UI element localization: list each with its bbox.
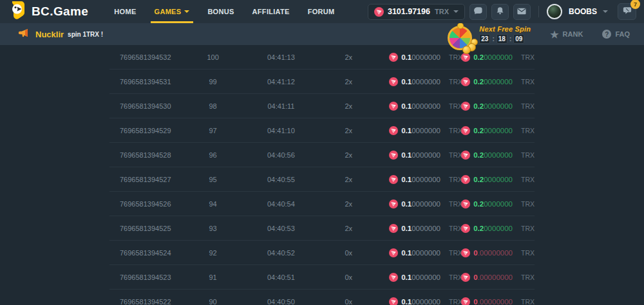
countdown-minutes: 18 [497, 34, 507, 44]
amount-value: 0.1 [401, 127, 412, 134]
payout-cell: 0.20000000 TRX [460, 199, 535, 208]
bet-round: 94 [191, 200, 235, 208]
vault-icon [473, 6, 482, 17]
mail-button[interactable] [513, 4, 531, 20]
faq-link[interactable]: ? FAQ [602, 30, 630, 39]
bet-time: 04:41:10 [235, 127, 328, 134]
amount-value: 0.1 [401, 225, 412, 232]
bet-id: 7696581394530 [109, 102, 191, 110]
payout-cell: 0.00000000 TRX [460, 248, 535, 257]
amount-value: 0.1 [401, 53, 412, 61]
bet-multiplier: 0x [327, 249, 370, 257]
username[interactable]: BOOBS [569, 7, 597, 16]
nav-affiliate[interactable]: AFFILIATE [243, 0, 299, 23]
bet-multiplier: 0x [327, 273, 370, 281]
divider [538, 6, 539, 17]
bet-id: 7696581394529 [109, 127, 191, 134]
table-row[interactable]: 7696581394529 97 04:41:10 2x 0.10000000 … [109, 118, 535, 143]
bet-id: 7696581394532 [109, 53, 191, 61]
trx-coin-icon [461, 248, 470, 257]
payout-currency: TRX [521, 127, 535, 134]
bet-time: 04:41:12 [235, 78, 328, 86]
avatar[interactable] [547, 4, 562, 19]
bet-multiplier: 2x [327, 127, 370, 134]
trx-coin-icon [389, 273, 398, 282]
trx-coin-icon [461, 126, 470, 135]
nav-bonus[interactable]: BONUS [198, 0, 243, 23]
chat-icon [623, 6, 632, 17]
trx-coin-icon [461, 175, 470, 184]
amount-cell: 0.10000000 TRX [370, 126, 460, 135]
bet-round: 91 [191, 273, 235, 281]
bell-icon [496, 6, 504, 17]
payout-cell: 0.20000000 TRX [460, 151, 535, 160]
table-row[interactable]: 7696581394528 96 04:40:56 2x 0.10000000 … [109, 143, 535, 167]
trx-coin-icon [461, 199, 470, 208]
spin-wheel-icon [448, 26, 475, 53]
bet-round: 90 [191, 298, 235, 305]
brand-logo[interactable]: BC.Game [9, 1, 88, 23]
payout-value: 0.2 [473, 102, 484, 110]
payout-value: 0.2 [473, 151, 484, 159]
topbar-right: 3101.97196 TRX [368, 3, 636, 20]
amount-cell: 0.10000000 TRX [370, 297, 460, 305]
bet-round: 97 [191, 127, 235, 134]
nav-games[interactable]: GAMES [146, 0, 199, 23]
announcement-game-link[interactable]: Nucklir [35, 30, 64, 39]
bet-time: 04:40:53 [235, 225, 328, 232]
bet-time: 04:40:56 [235, 151, 328, 159]
top-bar: BC.Game HOME GAMES BONUS AFFILIATE FORUM… [0, 0, 644, 23]
table-row[interactable]: 7696581394525 93 04:40:53 2x 0.10000000 … [109, 216, 535, 241]
trx-coin-icon [389, 151, 398, 160]
bet-multiplier: 2x [327, 78, 370, 86]
table-row[interactable]: 7696581394523 91 04:40:51 0x 0.10000000 … [109, 265, 535, 290]
trx-coin-icon [461, 273, 470, 282]
payout-cell: 0.20000000 TRX [460, 126, 535, 135]
table-row[interactable]: 7696581394524 92 04:40:52 0x 0.10000000 … [109, 241, 535, 265]
vault-button[interactable] [469, 4, 487, 20]
nav-home[interactable]: HOME [105, 0, 145, 23]
amount-cell: 0.10000000 TRX [370, 199, 460, 208]
announcement-text: spin 1TRX ! [68, 31, 103, 38]
table-row[interactable]: 7696581394527 95 04:40:55 2x 0.10000000 … [109, 167, 535, 192]
bcgame-logo-icon [9, 1, 26, 23]
bet-id: 7696581394523 [109, 273, 191, 281]
announcement-bar-right: Next Free Spin 23 : 18 : 09 ★ RANK ? FAQ [448, 23, 630, 45]
amount-value: 0.1 [401, 151, 412, 159]
bet-round: 99 [191, 78, 235, 86]
table-row[interactable]: 7696581394530 98 04:41:11 2x 0.10000000 … [109, 94, 535, 118]
question-icon: ? [602, 30, 611, 39]
balance-amount: 3101.97196 [388, 7, 430, 16]
notifications-button[interactable] [491, 4, 509, 20]
payout-currency: TRX [521, 249, 535, 257]
table-row[interactable]: 7696581394522 90 04:40:50 0x 0.10000000 … [109, 290, 535, 305]
trx-coin-icon [389, 248, 398, 257]
amount-value: 0.1 [401, 102, 412, 110]
balance-currency: TRX [435, 8, 449, 15]
balance-selector[interactable]: 3101.97196 TRX [368, 4, 465, 20]
table-row[interactable]: 7696581394526 94 04:40:54 2x 0.10000000 … [109, 192, 535, 216]
nav-forum[interactable]: FORUM [299, 0, 344, 23]
megaphone-icon [18, 28, 29, 41]
amount-value: 0.1 [401, 176, 412, 183]
trx-coin-icon [461, 102, 470, 111]
payout-value: 0.2 [473, 225, 484, 232]
table-row[interactable]: 7696581394531 99 04:41:12 2x 0.10000000 … [109, 69, 535, 94]
bet-multiplier: 2x [327, 200, 370, 208]
bet-round: 98 [191, 102, 235, 110]
free-spin-label: Next Free Spin [479, 25, 531, 33]
bet-round: 92 [191, 249, 235, 257]
countdown-hours: 23 [479, 34, 490, 44]
rank-link[interactable]: ★ RANK [550, 30, 583, 39]
chat-button[interactable]: 7 [618, 3, 636, 20]
trx-coin-icon [389, 102, 398, 111]
amount-cell: 0.10000000 TRX [370, 151, 460, 160]
amount-value: 0.1 [401, 249, 412, 257]
amount-cell: 0.10000000 TRX [370, 273, 460, 282]
amount-cell: 0.10000000 TRX [370, 175, 460, 184]
trx-coin-icon [389, 224, 398, 233]
payout-currency: TRX [521, 102, 535, 110]
chat-unread-badge: 7 [630, 0, 640, 9]
trx-coin-icon [389, 53, 398, 62]
amount-cell: 0.10000000 TRX [370, 248, 460, 257]
